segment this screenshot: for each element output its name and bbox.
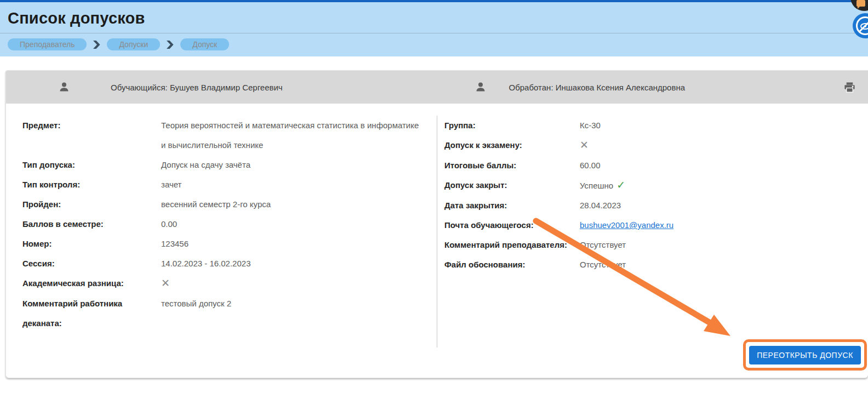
field-row: Допуск к экзамену:✕ — [444, 135, 868, 156]
field-row: Предмет:Теория вероятностей и математиче… — [22, 116, 420, 155]
field-value: тестовый допуск 2 — [161, 294, 231, 333]
printer-icon — [843, 81, 856, 94]
field-value: 28.04.2023 — [580, 196, 621, 215]
student-name: Обучающийся: Бушуев Владимир Сергеевич — [111, 83, 283, 92]
field-value: 0.00 — [161, 214, 177, 234]
breadcrumb-arrow-icon — [93, 40, 100, 49]
admission-card: Обучающийся: Бушуев Владимир Сергеевич О… — [5, 70, 868, 378]
field-label: Комментарий работника деканата: — [22, 294, 161, 333]
field-value: зачет — [161, 175, 181, 195]
field-value: ✕ — [580, 135, 589, 156]
print-button[interactable] — [843, 81, 856, 94]
field-value-text: Отсутствует — [580, 260, 626, 269]
field-value-text: 14.02.2023 - 16.02.2023 — [161, 259, 250, 268]
field-label: Группа: — [444, 116, 580, 135]
field-label: Номер: — [22, 234, 161, 254]
field-label: Пройден: — [22, 195, 161, 214]
field-value: bushuev2001@yandex.ru — [580, 215, 673, 235]
field-row: Комментарий работника деканата:тестовый … — [22, 294, 420, 333]
field-value: 60.00 — [580, 156, 601, 175]
reopen-admission-button[interactable]: ПЕРЕОТКРЫТЬ ДОПУСК — [749, 346, 861, 364]
field-row: Дата закрытия:28.04.2023 — [444, 196, 868, 215]
left-fields-column: Предмет:Теория вероятностей и математиче… — [6, 116, 437, 348]
chat-bubble-icon — [856, 0, 865, 7]
field-row: Баллов в семестре:0.00 — [22, 214, 420, 234]
breadcrumb: Преподаватель Допуски Допуск — [0, 33, 868, 50]
field-value: Допуск на сдачу зачёта — [161, 155, 250, 175]
field-row: Номер:123456 — [22, 234, 420, 254]
field-value: Отсутствует — [580, 255, 626, 275]
field-value-text: Отсутствует — [580, 240, 626, 249]
field-row: Допуск закрыт:Успешно✓ — [444, 175, 868, 196]
field-label: Дата закрытия: — [444, 196, 580, 215]
page-title: Список допусков — [0, 2, 868, 33]
field-value-text: Успешно — [580, 181, 613, 190]
field-label: Комментарий преподавателя: — [444, 235, 580, 255]
field-label: Тип допуска: — [22, 155, 161, 175]
field-label: Баллов в семестре: — [22, 214, 161, 234]
field-value-text: весенний семестр 2-го курса — [161, 200, 271, 209]
field-row: Академическая разница:✕ — [22, 274, 420, 294]
field-value-text: Теория вероятностей и математическая ста… — [161, 121, 419, 150]
cross-icon: ✕ — [580, 139, 589, 151]
field-value: 123456 — [161, 234, 189, 254]
field-row: Группа:Кс-30 — [444, 116, 868, 135]
processed-header: Обработан: Иншакова Ксения Александровна — [437, 71, 868, 104]
accessibility-toggle-button[interactable] — [852, 13, 868, 39]
breadcrumb-item[interactable]: Преподаватель — [8, 38, 87, 50]
field-row: Тип контроля:зачет — [22, 175, 420, 195]
student-header: Обучающийся: Бушуев Владимир Сергеевич — [6, 71, 437, 104]
field-value-text: Кс-30 — [580, 121, 601, 130]
field-value: Теория вероятностей и математическая ста… — [161, 116, 420, 155]
field-label: Академическая разница: — [22, 274, 161, 294]
field-label: Допуск к экзамену: — [444, 135, 580, 156]
check-icon: ✓ — [616, 179, 625, 191]
card-header-bar: Обучающийся: Бушуев Владимир Сергеевич О… — [6, 71, 868, 104]
field-value: Успешно✓ — [580, 175, 625, 196]
field-label: Предмет: — [22, 116, 161, 155]
field-value-text: тестовый допуск 2 — [161, 299, 231, 308]
breadcrumb-item[interactable]: Допуск — [180, 38, 229, 50]
field-row: Итоговые баллы:60.00 — [444, 156, 868, 175]
field-label: Сессия: — [22, 254, 161, 274]
field-row: Файл обоснования:Отсутствует — [444, 255, 868, 275]
field-value-text: 60.00 — [580, 161, 601, 170]
field-label: Итоговые баллы: — [444, 156, 580, 175]
page-header: Список допусков Преподаватель Допуски До… — [0, 2, 868, 56]
field-row: Почта обучающегося:bushuev2001@yandex.ru — [444, 215, 868, 235]
email-link[interactable]: bushuev2001@yandex.ru — [580, 220, 673, 230]
person-icon — [58, 81, 70, 93]
field-value: ✕ — [161, 274, 170, 294]
card-body: Предмет:Теория вероятностей и математиче… — [6, 104, 868, 348]
annotation-highlight-box: ПЕРЕОТКРЫТЬ ДОПУСК — [743, 339, 867, 371]
field-value-text: 28.04.2023 — [580, 201, 621, 210]
field-label: Файл обоснования: — [444, 255, 580, 275]
field-row: Пройден:весенний семестр 2-го курса — [22, 195, 420, 214]
field-row: Тип допуска:Допуск на сдачу зачёта — [22, 155, 420, 175]
field-value: весенний семестр 2-го курса — [161, 195, 271, 214]
processed-by-name: Обработан: Иншакова Ксения Александровна — [509, 83, 686, 92]
field-value: Отсутствует — [580, 235, 626, 255]
field-value-text: 0.00 — [161, 219, 177, 229]
cross-icon: ✕ — [161, 277, 170, 289]
breadcrumb-item[interactable]: Допуски — [107, 38, 160, 50]
field-row: Сессия:14.02.2023 - 16.02.2023 — [22, 254, 420, 274]
field-label: Тип контроля: — [22, 175, 161, 195]
field-value: Кс-30 — [580, 116, 601, 135]
field-value-text: Допуск на сдачу зачёта — [161, 160, 250, 169]
person-icon — [475, 81, 487, 93]
field-value-text: зачет — [161, 180, 181, 189]
field-label: Допуск закрыт: — [444, 175, 580, 196]
field-label: Почта обучающегося: — [444, 215, 580, 235]
field-value-text: 123456 — [161, 239, 189, 248]
right-fields-column: Группа:Кс-30Допуск к экзамену:✕Итоговые … — [437, 116, 868, 275]
field-value: 14.02.2023 - 16.02.2023 — [161, 254, 250, 274]
field-row: Комментарий преподавателя:Отсутствует — [444, 235, 868, 255]
page: Список допусков Преподаватель Допуски До… — [0, 0, 868, 393]
breadcrumb-arrow-icon — [167, 40, 174, 49]
